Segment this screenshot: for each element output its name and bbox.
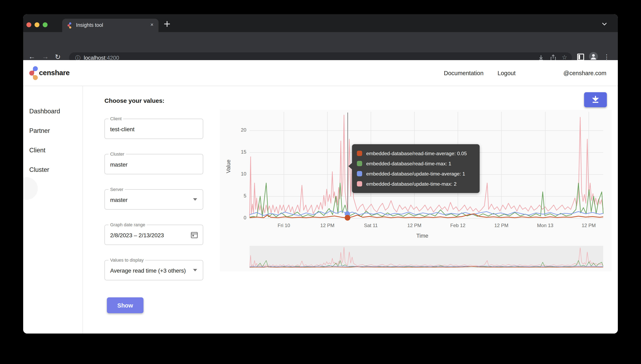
person-icon xyxy=(589,52,598,61)
sidebar-item-client[interactable]: Client xyxy=(29,147,45,154)
client-field-value: test-client xyxy=(110,126,135,132)
show-button[interactable]: Show xyxy=(107,298,144,313)
x-tick-label: Feb 12 xyxy=(441,222,475,228)
cluster-field[interactable]: Cluster master xyxy=(105,154,203,174)
swatch-update-time-max xyxy=(357,181,362,186)
date-range-label: Graph date range xyxy=(109,222,147,227)
traffic-light-minimize[interactable] xyxy=(35,22,40,27)
nav-link-documentation[interactable]: Documentation xyxy=(444,70,483,76)
browser-toolbar: ← → ↻ ⓘ localhost:4200 ☆ ⋮ xyxy=(23,32,618,60)
date-range-value: 2/8/2023 – 2/13/2023 xyxy=(110,232,164,238)
calendar-icon[interactable] xyxy=(190,231,198,239)
y-tick-label: 0 xyxy=(228,215,246,220)
tab-insights-tool[interactable]: Insights tool × xyxy=(62,19,159,32)
values-to-display-select[interactable]: Values to display Average read time (+3 … xyxy=(105,260,203,280)
tab-strip: Insights tool × xyxy=(23,14,618,32)
client-field-label: Client xyxy=(109,116,123,121)
values-to-display-value: Average read time (+3 others) xyxy=(110,267,186,274)
forward-icon[interactable]: → xyxy=(42,53,49,61)
nav-link-logout[interactable]: Logout xyxy=(497,70,516,76)
header-divider xyxy=(23,86,618,86)
server-select[interactable]: Server master xyxy=(105,189,203,210)
download-chart-button[interactable] xyxy=(584,92,607,107)
tab-title: Insights tool xyxy=(76,22,103,28)
hover-dot xyxy=(345,215,350,221)
overview-chart xyxy=(250,246,603,268)
dropdown-caret-icon xyxy=(193,269,197,272)
new-tab-button[interactable] xyxy=(164,21,170,27)
browser-window: Insights tool × ← → ↻ ⓘ localhost:4200 ☆… xyxy=(23,14,618,334)
y-tick-label: 20 xyxy=(228,127,246,133)
chart-panel: Value embedded-database/read-time-averag… xyxy=(220,110,612,272)
focus-ripple xyxy=(23,177,38,200)
traffic-light-zoom[interactable] xyxy=(43,22,48,27)
back-icon[interactable]: ← xyxy=(29,53,35,61)
x-tick-label: Sat 11 xyxy=(354,222,388,228)
sidebar-item-cluster[interactable]: Cluster xyxy=(29,166,49,174)
sidebar-divider xyxy=(83,86,83,334)
brand-wordmark: censhare xyxy=(39,69,70,77)
sidebar-item-dashboard[interactable]: Dashboard xyxy=(29,108,60,115)
chart-tooltip: embedded-database/read-time-average: 0.0… xyxy=(352,144,480,193)
chart-overview-brush[interactable] xyxy=(250,246,603,268)
dropdown-caret-icon xyxy=(193,198,197,201)
swatch-update-time-average xyxy=(357,171,362,176)
x-tick-label: 12 PM xyxy=(397,222,431,228)
hover-crosshair xyxy=(348,112,348,219)
logo-blob-blue xyxy=(33,66,38,71)
x-axis-title: Time xyxy=(410,233,434,239)
chart-plot-area[interactable]: embedded-database/read-time-average: 0.0… xyxy=(250,112,603,218)
favicon-blob-orange xyxy=(69,26,71,29)
x-tick-label: 12 PM xyxy=(310,222,344,228)
chevron-down-icon[interactable] xyxy=(602,22,607,26)
side-panel-icon[interactable] xyxy=(577,54,584,60)
logo-blob-red xyxy=(29,71,34,76)
sidebar-item-partner[interactable]: Partner xyxy=(29,127,50,134)
server-select-value: master xyxy=(110,196,128,203)
cluster-field-label: Cluster xyxy=(109,152,126,156)
x-tick-label: 12 PM xyxy=(484,222,518,228)
traffic-light-close[interactable] xyxy=(27,22,31,27)
download-icon xyxy=(590,95,600,104)
y-tick-label: 15 xyxy=(228,149,246,155)
date-range-field[interactable]: Graph date range 2/8/2023 – 2/13/2023 xyxy=(105,225,203,245)
profile-avatar[interactable] xyxy=(589,52,598,61)
tooltip-row: embedded-database/update-time-max: 2 xyxy=(357,179,475,189)
tooltip-row: embedded-database/update-time-average: 1 xyxy=(357,168,475,179)
tab-close-icon[interactable]: × xyxy=(150,22,154,28)
cluster-field-value: master xyxy=(110,161,128,168)
values-to-display-label: Values to display xyxy=(109,258,145,262)
y-tick-label: 5 xyxy=(228,193,246,199)
app-page: censhare Documentation Logout @censhare.… xyxy=(23,60,618,334)
server-select-label: Server xyxy=(109,187,125,192)
tooltip-row: embedded-database/read-time-max: 1 xyxy=(357,158,475,168)
swatch-read-time-average xyxy=(357,151,362,156)
screenshot-stage: Insights tool × ← → ↻ ⓘ localhost:4200 ☆… xyxy=(0,0,641,364)
account-email: @censhare.com xyxy=(563,70,606,76)
y-tick-label: 10 xyxy=(228,171,246,177)
tooltip-row: embedded-database/read-time-average: 0.0… xyxy=(357,148,475,158)
logo-blob-orange xyxy=(33,75,38,80)
censhare-favicon xyxy=(68,22,72,29)
client-field[interactable]: Client test-client xyxy=(105,118,203,139)
x-tick-label: Mon 13 xyxy=(528,222,562,228)
censhare-logo xyxy=(29,66,38,80)
x-tick-label: 12 PM xyxy=(572,222,606,228)
h-gridline xyxy=(250,218,603,218)
x-tick-label: Fri 10 xyxy=(267,222,301,228)
form-title: Choose your values: xyxy=(105,97,164,104)
swatch-read-time-max xyxy=(357,161,362,166)
bookmark-star-icon[interactable]: ☆ xyxy=(562,54,567,61)
